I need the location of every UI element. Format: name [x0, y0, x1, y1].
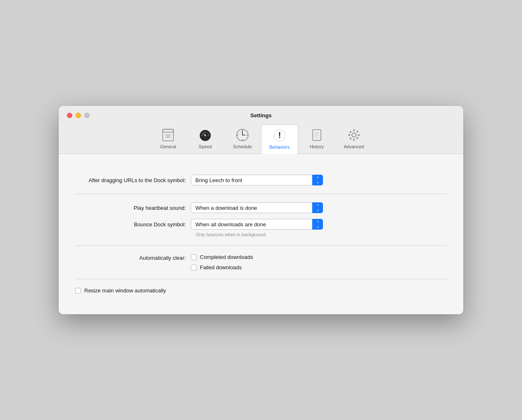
speed-icon: [198, 128, 213, 142]
resize-window-checkbox[interactable]: [75, 288, 81, 294]
completed-downloads-row: Completed downloads: [191, 254, 253, 260]
failed-downloads-checkbox[interactable]: [191, 265, 197, 271]
schedule-icon: [235, 128, 250, 142]
tab-behaviors-label: Behaviors: [270, 145, 290, 149]
completed-downloads-label: Completed downloads: [200, 254, 253, 260]
minimize-button[interactable]: [76, 113, 81, 118]
svg-rect-28: [354, 139, 355, 141]
tab-schedule-label: Schedule: [233, 144, 252, 149]
resize-row: Resize main window automatically: [75, 287, 447, 294]
svg-rect-34: [356, 131, 358, 133]
auto-clear-row: Automatically clear: Completed downloads…: [75, 254, 447, 271]
general-icon: [161, 128, 176, 142]
svg-rect-31: [349, 131, 352, 133]
svg-point-26: [352, 133, 356, 137]
dock-symbol-select-wrapper: Bring Leech to front Do nothing Show dia…: [191, 175, 323, 185]
resize-section: Resize main window automatically: [75, 279, 447, 302]
behaviors-icon: !: [272, 128, 287, 143]
completed-downloads-checkbox[interactable]: [191, 254, 197, 260]
titlebar: Settings General: [59, 106, 463, 154]
settings-window: Settings General: [59, 106, 463, 314]
svg-rect-33: [349, 138, 352, 140]
svg-rect-1: [163, 129, 173, 132]
tab-history[interactable]: History: [298, 124, 335, 154]
heartbeat-select-wrapper: When a download is done When all downloa…: [191, 202, 323, 213]
tab-behaviors[interactable]: ! Behaviors: [261, 124, 298, 154]
sounds-section: Play heartbeat sound: When a download is…: [75, 194, 447, 246]
tab-schedule[interactable]: Schedule: [224, 124, 261, 154]
heartbeat-row: Play heartbeat sound: When a download is…: [75, 202, 447, 213]
bounce-row: Bounce Dock symbol: When all downloads a…: [75, 219, 447, 230]
tab-speed-label: Speed: [199, 144, 212, 149]
close-button[interactable]: [67, 113, 72, 118]
bounce-select-wrapper: When all downloads are done When a downl…: [191, 219, 323, 230]
advanced-icon: [346, 128, 361, 142]
content-area: After dragging URLs to the Dock symbol: …: [59, 154, 463, 314]
toolbar: General: [67, 124, 455, 154]
tab-general[interactable]: General: [149, 124, 187, 154]
svg-rect-27: [354, 129, 355, 131]
tab-advanced-label: Advanced: [344, 144, 364, 149]
dock-symbol-label: After dragging URLs to the Dock symbol:: [75, 177, 191, 183]
svg-rect-32: [356, 137, 358, 139]
tab-advanced[interactable]: Advanced: [335, 124, 373, 154]
dock-symbol-select[interactable]: Bring Leech to front Do nothing Show dia…: [191, 175, 323, 185]
bounce-label: Bounce Dock symbol:: [75, 221, 191, 228]
resize-window-label: Resize main window automatically: [84, 287, 166, 294]
svg-text:!: !: [278, 131, 281, 140]
failed-downloads-label: Failed downloads: [200, 264, 242, 271]
tab-speed[interactable]: Speed: [187, 124, 224, 154]
svg-point-12: [204, 135, 206, 136]
bounce-select[interactable]: When all downloads are done When a downl…: [191, 219, 323, 230]
history-icon: [309, 128, 324, 142]
bounce-hint: Only bounces when in background.: [75, 232, 447, 237]
auto-clear-checkboxes: Completed downloads Failed downloads: [191, 254, 253, 271]
dock-symbol-row: After dragging URLs to the Dock symbol: …: [75, 175, 447, 185]
maximize-button[interactable]: [84, 113, 90, 118]
failed-downloads-row: Failed downloads: [191, 264, 253, 271]
auto-clear-section: Automatically clear: Completed downloads…: [75, 246, 447, 279]
window-title: Settings: [250, 112, 271, 119]
window-controls: [67, 113, 90, 118]
titlebar-top: Settings: [67, 112, 455, 119]
heartbeat-select[interactable]: When a download is done When all downloa…: [191, 202, 323, 213]
dock-symbol-section: After dragging URLs to the Dock symbol: …: [75, 166, 447, 194]
heartbeat-label: Play heartbeat sound:: [75, 205, 191, 211]
svg-rect-30: [358, 135, 360, 136]
tab-general-label: General: [160, 144, 176, 149]
auto-clear-label: Automatically clear:: [75, 254, 191, 261]
tab-history-label: History: [310, 144, 324, 149]
svg-rect-29: [348, 135, 350, 136]
